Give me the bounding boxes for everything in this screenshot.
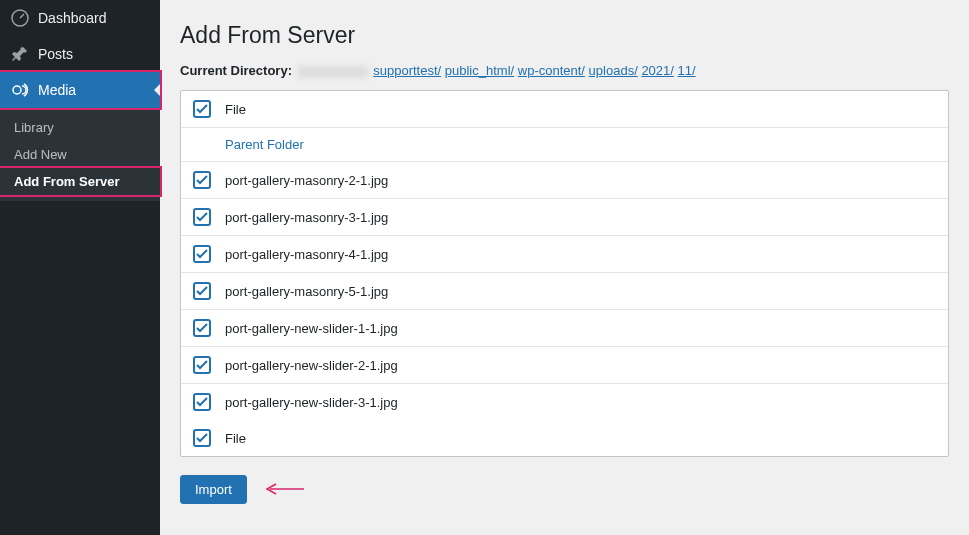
select-all-checkbox-bottom[interactable]: [193, 429, 211, 447]
current-dir-label: Current Directory:: [180, 63, 292, 78]
dashboard-icon: [10, 8, 30, 28]
sidebar-item-dashboard[interactable]: Dashboard: [0, 0, 160, 36]
file-checkbox[interactable]: [193, 245, 211, 263]
redacted-segment: [298, 66, 368, 78]
table-footer-row: File: [181, 420, 948, 456]
sidebar-item-media[interactable]: Media: [0, 72, 160, 108]
sidebar-label: Posts: [38, 46, 73, 62]
file-checkbox[interactable]: [193, 356, 211, 374]
import-row: Import: [180, 457, 949, 504]
media-icon: [10, 80, 30, 100]
file-checkbox[interactable]: [193, 208, 211, 226]
file-checkbox[interactable]: [193, 393, 211, 411]
file-name: port-gallery-new-slider-2-1.jpg: [225, 358, 398, 373]
sidebar-item-posts[interactable]: Posts: [0, 36, 160, 72]
parent-folder-link[interactable]: Parent Folder: [193, 137, 304, 152]
file-name: port-gallery-masonry-4-1.jpg: [225, 247, 388, 262]
column-header-file: File: [225, 102, 246, 117]
breadcrumb-segment[interactable]: wp-content/: [518, 63, 585, 78]
import-button[interactable]: Import: [180, 475, 247, 504]
breadcrumb-segment[interactable]: public_html/: [445, 63, 514, 78]
main-content: Add From Server Current Directory: suppo…: [160, 0, 969, 535]
submenu-add-from-server[interactable]: Add From Server: [0, 168, 160, 195]
file-row: port-gallery-masonry-4-1.jpg: [181, 236, 948, 273]
file-row: port-gallery-new-slider-2-1.jpg: [181, 347, 948, 384]
file-name: port-gallery-masonry-5-1.jpg: [225, 284, 388, 299]
file-row: port-gallery-masonry-2-1.jpg: [181, 162, 948, 199]
file-checkbox[interactable]: [193, 282, 211, 300]
media-submenu: Library Add New Add From Server: [0, 108, 160, 201]
file-name: port-gallery-new-slider-1-1.jpg: [225, 321, 398, 336]
file-row: port-gallery-masonry-3-1.jpg: [181, 199, 948, 236]
sidebar-label: Dashboard: [38, 10, 107, 26]
file-row: port-gallery-new-slider-3-1.jpg: [181, 384, 948, 420]
pin-icon: [10, 44, 30, 64]
file-checkbox[interactable]: [193, 319, 211, 337]
sidebar-label: Media: [38, 82, 76, 98]
svg-line-1: [20, 14, 24, 18]
breadcrumb-segment[interactable]: uploads/: [589, 63, 638, 78]
breadcrumb-segment[interactable]: 2021/: [641, 63, 674, 78]
table-header-row: File: [181, 91, 948, 128]
column-footer-file: File: [225, 431, 246, 446]
file-table: File Parent Folder port-gallery-masonry-…: [180, 90, 949, 457]
file-row: port-gallery-new-slider-1-1.jpg: [181, 310, 948, 347]
submenu-add-new[interactable]: Add New: [0, 141, 160, 168]
file-checkbox[interactable]: [193, 171, 211, 189]
submenu-library[interactable]: Library: [0, 114, 160, 141]
annotation-arrow-icon: [264, 481, 304, 500]
current-directory: Current Directory: supporttest/ public_h…: [180, 63, 949, 78]
file-name: port-gallery-masonry-2-1.jpg: [225, 173, 388, 188]
page-title: Add From Server: [180, 22, 949, 49]
file-row: port-gallery-masonry-5-1.jpg: [181, 273, 948, 310]
breadcrumb-segment[interactable]: supporttest/: [373, 63, 441, 78]
admin-sidebar: Dashboard Posts Media Library Add New Ad…: [0, 0, 160, 535]
file-name: port-gallery-new-slider-3-1.jpg: [225, 395, 398, 410]
breadcrumb-segment[interactable]: 11/: [678, 63, 696, 78]
select-all-checkbox-top[interactable]: [193, 100, 211, 118]
svg-point-2: [13, 86, 21, 94]
file-name: port-gallery-masonry-3-1.jpg: [225, 210, 388, 225]
parent-folder-row[interactable]: Parent Folder: [181, 128, 948, 162]
